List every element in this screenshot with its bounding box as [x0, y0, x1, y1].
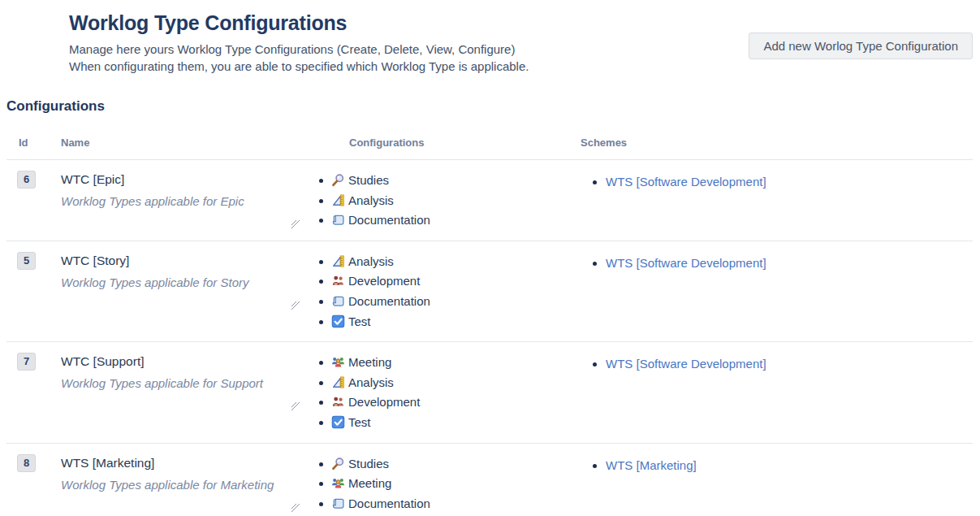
worklog-type-list-box: MeetingAnalysisDevelopmentTest [349, 353, 581, 432]
worklog-type-item: Documentation [331, 494, 581, 514]
people-group-icon [331, 476, 345, 490]
schemes-cell: WTS [Software Development] [581, 353, 973, 432]
table-header-row: Id Name Configurations Schemes [6, 127, 973, 160]
worklog-type-label: Documentation [348, 496, 430, 510]
worklog-type-item: Development [331, 392, 581, 413]
scroll-icon [331, 294, 345, 308]
worklog-type-item: Meeting [331, 353, 581, 373]
page-title: Worklog Type Configurations [69, 11, 529, 35]
configuration-id-badge: 6 [17, 171, 36, 189]
schemes-cell: WTS [Marketing] [581, 454, 973, 514]
add-worklog-type-configuration-button[interactable]: Add new Worlog Type Configuration [749, 33, 973, 59]
magnifier-icon [331, 457, 345, 470]
scheme-link[interactable]: WTS [Software Development] [606, 256, 766, 270]
people-group-icon [331, 355, 345, 369]
worklog-type-label: Documentation [348, 213, 430, 227]
configuration-id-badge: 7 [17, 353, 36, 371]
column-header-name: Name [61, 137, 349, 149]
id-cell: 8 [6, 454, 61, 514]
resize-grip-icon[interactable] [291, 219, 300, 229]
worklog-type-item: Analysis [331, 191, 581, 211]
id-cell: 6 [6, 171, 61, 231]
column-header-configurations: Configurations [349, 137, 581, 149]
worklog-type-list: StudiesAnalysisDocumentation [331, 171, 581, 231]
configuration-row: 5 WTC [Story] Worklog Types applicable f… [6, 241, 973, 342]
worklog-type-label: Analysis [348, 193, 394, 207]
scheme-item: WTS [Software Development] [606, 254, 973, 272]
worklog-type-list-box: StudiesMeetingDocumentation [349, 454, 581, 514]
column-header-schemes: Schemes [581, 137, 973, 149]
worklog-type-item: Studies [331, 454, 581, 475]
scheme-list: WTS [Marketing] [581, 457, 973, 475]
schemes-cell: WTS [Software Development] [581, 171, 973, 231]
worklog-type-label: Meeting [348, 355, 391, 369]
worklog-type-list: StudiesMeetingDocumentation [331, 454, 581, 514]
configuration-id-badge: 5 [17, 252, 36, 270]
resize-grip-icon[interactable] [291, 401, 300, 411]
page-header: Worklog Type Configurations Manage here … [6, 10, 973, 75]
configuration-description: Worklog Types applicable for Story [61, 275, 349, 289]
workers-icon [331, 274, 345, 288]
table-body: 6 WTC [Epic] Worklog Types applicable fo… [6, 160, 973, 516]
configurations-cell: StudiesMeetingDocumentation [349, 454, 581, 514]
configuration-row: 6 WTC [Epic] Worklog Types applicable fo… [6, 160, 973, 241]
name-cell: WTC [Epic] Worklog Types applicable for … [61, 171, 349, 231]
set-square-icon [331, 254, 345, 268]
schemes-cell: WTS [Software Development] [581, 252, 973, 332]
configuration-row: 7 WTC [Support] Worklog Types applicable… [6, 342, 973, 443]
column-header-id: Id [6, 137, 61, 149]
worklog-type-item: Analysis [331, 252, 581, 272]
worklog-type-label: Development [348, 395, 420, 409]
worklog-type-list-box: AnalysisDevelopmentDocumentationTest [349, 252, 581, 332]
configurations-cell: StudiesAnalysisDocumentation [349, 171, 581, 231]
configuration-description: Worklog Types applicable for Support [61, 376, 349, 390]
set-square-icon [331, 375, 345, 389]
magnifier-icon [331, 173, 345, 187]
worklog-type-item: Meeting [331, 474, 581, 494]
scheme-list: WTS [Software Development] [581, 355, 973, 373]
worklog-type-label: Development [348, 274, 420, 288]
configuration-name: WTC [Support] [61, 354, 349, 369]
checkbox-checked-icon [331, 314, 345, 328]
set-square-icon [331, 193, 345, 207]
worklog-type-label: Studies [348, 173, 389, 187]
scheme-item: WTS [Software Development] [606, 355, 973, 373]
configurations-table: Id Name Configurations Schemes 6 WTC [Ep… [6, 127, 973, 516]
configuration-id-badge: 8 [17, 454, 36, 472]
id-cell: 7 [6, 353, 61, 432]
scheme-link[interactable]: WTS [Marketing] [606, 458, 697, 472]
name-cell: WTC [Support] Worklog Types applicable f… [61, 353, 349, 432]
worklog-type-list-box: StudiesAnalysisDocumentation [349, 171, 581, 231]
resize-grip-icon[interactable] [291, 301, 300, 310]
worklog-type-label: Documentation [348, 294, 430, 308]
worklog-type-configurations-page: Worklog Type Configurations Manage here … [0, 0, 980, 516]
worklog-type-label: Test [348, 314, 371, 328]
worklog-type-item: Analysis [331, 373, 581, 393]
worklog-type-list: AnalysisDevelopmentDocumentationTest [331, 252, 581, 332]
workers-icon [331, 395, 345, 409]
scheme-list: WTS [Software Development] [581, 254, 973, 272]
scroll-icon [331, 496, 345, 510]
configurations-cell: AnalysisDevelopmentDocumentationTest [349, 252, 581, 332]
worklog-type-label: Meeting [348, 476, 391, 490]
scheme-list: WTS [Software Development] [581, 173, 973, 191]
worklog-type-item: Test [331, 413, 581, 433]
worklog-type-item: Studies [331, 171, 581, 191]
worklog-type-label: Analysis [348, 254, 394, 268]
name-cell: WTS [Marketing] Worklog Types applicable… [61, 454, 349, 514]
scheme-item: WTS [Software Development] [606, 173, 973, 191]
page-header-text: Worklog Type Configurations Manage here … [6, 10, 529, 75]
worklog-type-label: Analysis [348, 375, 394, 389]
worklog-type-label: Test [348, 415, 371, 429]
configuration-row: 8 WTS [Marketing] Worklog Types applicab… [6, 444, 973, 516]
checkbox-checked-icon [331, 415, 345, 429]
scheme-link[interactable]: WTS [Software Development] [606, 175, 766, 189]
configuration-name: WTC [Epic] [61, 172, 349, 187]
worklog-type-item: Development [331, 271, 581, 292]
id-cell: 5 [6, 252, 61, 332]
scheme-item: WTS [Marketing] [606, 457, 973, 475]
resize-grip-icon[interactable] [291, 503, 300, 513]
scheme-link[interactable]: WTS [Software Development] [606, 357, 766, 371]
worklog-type-list: MeetingAnalysisDevelopmentTest [331, 353, 581, 432]
worklog-type-label: Studies [348, 457, 389, 470]
